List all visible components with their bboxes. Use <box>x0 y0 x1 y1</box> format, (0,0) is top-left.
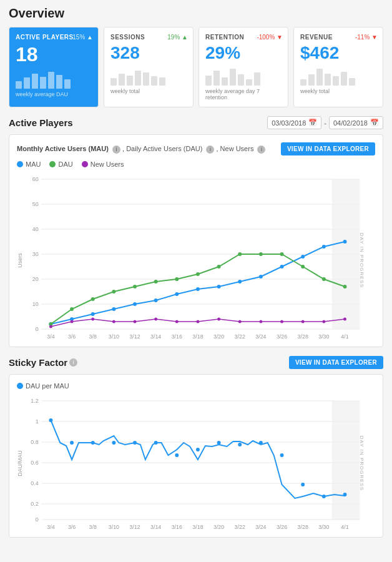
sticky-factor-view-button[interactable]: VIEW IN DATA EXPLORER <box>289 356 383 369</box>
svg-text:4/1: 4/1 <box>341 333 348 340</box>
active-players-value: 18 <box>16 43 92 66</box>
active-players-chart-header: Monthly Active Users (MAU) i , Daily Act… <box>17 142 375 155</box>
svg-point-46 <box>343 240 347 244</box>
svg-text:3/6: 3/6 <box>68 333 76 340</box>
revenue-subtitle: weekly total <box>300 88 376 94</box>
retention-value: 29% <box>205 43 282 63</box>
svg-point-59 <box>301 265 305 269</box>
svg-point-66 <box>134 320 137 323</box>
retention-subtitle: weekly average day 7 retention <box>205 88 282 101</box>
dau-info-icon[interactable]: i <box>206 145 214 154</box>
svg-point-57 <box>259 252 263 256</box>
revenue-change: -11% ▼ <box>355 34 378 41</box>
sessions-value: 328 <box>110 43 187 63</box>
revenue-card: REVENUE -11% ▼ $462 weekly total <box>293 27 383 107</box>
svg-text:60: 60 <box>32 176 39 182</box>
svg-point-71 <box>238 320 242 323</box>
svg-text:3/8: 3/8 <box>89 333 97 340</box>
svg-rect-30 <box>332 179 360 329</box>
svg-point-51 <box>133 285 137 288</box>
svg-text:10: 10 <box>32 301 39 307</box>
svg-point-114 <box>154 441 158 445</box>
svg-point-122 <box>322 495 326 498</box>
active-players-chart-title: Monthly Active Users (MAU) i , Daily Act… <box>17 145 265 154</box>
active-players-subtitle: weekly average DAU <box>16 91 92 97</box>
svg-point-109 <box>49 418 52 422</box>
svg-point-54 <box>196 272 200 276</box>
svg-text:40: 40 <box>32 226 39 232</box>
sessions-subtitle: weekly total <box>110 88 187 94</box>
svg-point-112 <box>112 441 115 445</box>
svg-point-50 <box>112 290 115 293</box>
svg-text:3/24: 3/24 <box>255 333 266 340</box>
sessions-change: 19% ▲ <box>167 34 188 41</box>
svg-point-52 <box>154 280 158 283</box>
date-from-input[interactable]: 03/03/2018 📅 <box>267 116 321 129</box>
retention-change: -100% ▼ <box>257 34 283 41</box>
active-players-view-button[interactable]: VIEW IN DATA EXPLORER <box>281 142 375 155</box>
sticky-factor-info-icon[interactable]: i <box>69 358 77 367</box>
active-players-chart: 0 10 20 30 40 50 60 Users 3/4 3/6 3/8 3/… <box>17 173 375 342</box>
sticky-factor-title: Sticky Factor <box>9 357 67 368</box>
svg-point-76 <box>343 318 346 321</box>
svg-point-120 <box>280 453 284 457</box>
date-to-input[interactable]: 04/02/2018 📅 <box>329 116 383 129</box>
svg-point-67 <box>154 318 157 321</box>
svg-point-44 <box>301 255 305 259</box>
date-range[interactable]: 03/03/2018 📅 - 04/02/2018 📅 <box>267 116 383 129</box>
active-players-header: Active Players 03/03/2018 📅 - 04/02/2018… <box>9 116 383 129</box>
svg-text:3/26: 3/26 <box>277 524 287 530</box>
dau-per-mau-dot <box>17 383 23 389</box>
svg-point-35 <box>112 307 115 311</box>
svg-text:1.2: 1.2 <box>31 398 38 404</box>
retention-mini-chart <box>205 67 282 86</box>
svg-point-53 <box>175 277 179 281</box>
svg-rect-107 <box>332 401 360 520</box>
svg-point-121 <box>301 483 305 486</box>
svg-point-63 <box>71 320 74 323</box>
svg-text:3/28: 3/28 <box>298 333 308 340</box>
sticky-factor-chart-panel: DAU per MAU 0 0.2 0.4 0.6 0.8 1 <box>9 374 383 538</box>
svg-text:3/8: 3/8 <box>89 524 97 530</box>
svg-text:3/18: 3/18 <box>192 333 203 340</box>
active-players-card: ACTIVE PLAYERS 15% ▲ 18 weekly average D… <box>9 27 99 107</box>
svg-text:3/20: 3/20 <box>213 333 224 340</box>
active-players-section-title: Active Players <box>9 117 73 128</box>
svg-point-119 <box>259 441 263 445</box>
page-title: Overview <box>9 6 383 21</box>
svg-point-56 <box>238 252 242 256</box>
svg-point-43 <box>280 265 284 269</box>
svg-text:3/30: 3/30 <box>318 333 329 340</box>
svg-text:50: 50 <box>32 201 39 207</box>
new-users-info-icon[interactable]: i <box>257 145 265 154</box>
svg-point-74 <box>301 320 305 323</box>
svg-point-48 <box>70 307 74 311</box>
svg-point-60 <box>322 277 326 281</box>
legend-new-users: New Users <box>82 160 124 168</box>
mau-info-icon[interactable]: i <box>112 145 120 154</box>
active-players-chart-panel: Monthly Active Users (MAU) i , Daily Act… <box>9 134 383 347</box>
sticky-factor-header: Sticky Factor i VIEW IN DATA EXPLORER <box>9 356 383 369</box>
svg-point-117 <box>217 441 221 445</box>
svg-text:3/14: 3/14 <box>150 524 161 530</box>
svg-text:3/26: 3/26 <box>277 333 287 340</box>
svg-point-41 <box>238 280 242 283</box>
calendar-icon: 📅 <box>308 119 317 127</box>
svg-point-39 <box>196 287 200 291</box>
revenue-mini-chart <box>300 67 376 86</box>
metric-cards: ACTIVE PLAYERS 15% ▲ 18 weekly average D… <box>9 27 383 107</box>
svg-text:3/30: 3/30 <box>318 524 329 530</box>
new-users-dot <box>82 161 88 167</box>
svg-point-42 <box>259 275 263 279</box>
svg-point-62 <box>49 325 52 328</box>
svg-text:3/12: 3/12 <box>129 333 140 340</box>
svg-point-36 <box>133 302 137 306</box>
svg-point-123 <box>343 493 347 496</box>
svg-text:3/4: 3/4 <box>47 333 54 340</box>
svg-text:3/12: 3/12 <box>129 524 140 530</box>
svg-point-38 <box>175 292 179 296</box>
svg-text:0.2: 0.2 <box>31 501 38 507</box>
svg-text:0.8: 0.8 <box>31 439 38 445</box>
svg-text:3/24: 3/24 <box>255 524 266 530</box>
svg-point-68 <box>175 320 179 323</box>
